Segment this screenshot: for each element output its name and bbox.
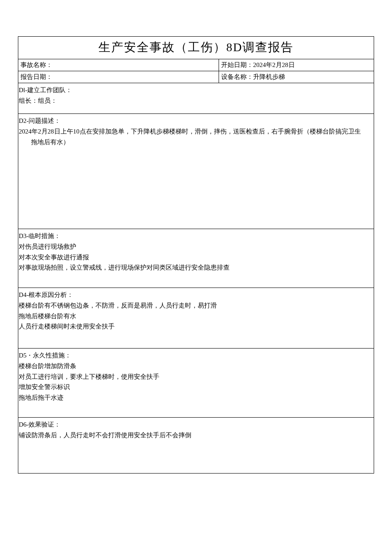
section-d3: D3-临时措施： 对伤员进行现场救护 对本次安全事故进行通报 对事故现场拍照，设… (18, 229, 374, 288)
d3-line3: 对事故现场拍照，设立警戒线，进行现场保护对同类区域进行安全隐患排查 (18, 262, 372, 273)
d5-line4: 拖地后拖干水迹 (18, 392, 372, 403)
d3-label: D3-临时措施： (18, 231, 372, 241)
d1-label: Dl-建立工作团队： (18, 85, 372, 96)
report-title: 生产安全事故（工伤）8D调查报告 (18, 37, 374, 59)
d4-line2: 拖地后楼梯台阶有水 (18, 311, 372, 322)
header-row-1: 事故名称： 开始日期：2024年2月28日 (18, 59, 374, 71)
equipment-value: 升降机步梯 (253, 73, 285, 80)
report-date-cell: 报告日期： (18, 71, 219, 83)
equipment-cell: 设备名称：升降机步梯 (219, 71, 374, 83)
section-d1: Dl-建立工作团队： 组长：组员： (18, 83, 374, 114)
d4-line1: 楼梯台阶有不锈钢包边条，不防滑，反而是易滑，人员行走时，易打滑 (18, 300, 372, 311)
header-row-2: 报告日期： 设备名称：升降机步梯 (18, 71, 374, 83)
d2-label: D2-问题描述： (18, 116, 372, 126)
d4-line3: 人员行走楼梯间时未使用安全扶手 (18, 321, 372, 332)
report-container: 生产安全事故（工伤）8D调查报告 事故名称： 开始日期：2024年2月28日 报… (18, 36, 374, 474)
d5-line1: 楼梯台阶增加防滑条 (18, 361, 372, 372)
start-date-value: 2024年2月28日 (253, 61, 295, 68)
start-date-cell: 开始日期：2024年2月28日 (219, 59, 374, 71)
section-d6: D6-效果验证： 铺设防滑条后，人员行走时不会打滑使用安全扶手后不会摔倒 (18, 418, 374, 473)
d3-line1: 对伤员进行现场救护 (18, 241, 372, 252)
section-d4: D4-根本原因分析： 楼梯台阶有不锈钢包边条，不防滑，反而是易滑，人员行走时，易… (18, 288, 374, 349)
report-date-label: 报告日期： (20, 73, 52, 80)
d2-line1: 2024年2月28日上午10点在安排加急单，下升降机步梯楼梯时，滑倒，摔伤，送医… (18, 126, 372, 137)
equipment-label: 设备名称： (221, 73, 253, 80)
section-d2: D2-问题描述： 2024年2月28日上午10点在安排加急单，下升降机步梯楼梯时… (18, 114, 374, 229)
d5-label: D5・永久性措施： (18, 350, 372, 361)
d4-label: D4-根本原因分析： (18, 290, 372, 300)
d5-line2: 对员工进行培训，要求上下楼梯时，使用安全扶手 (18, 372, 372, 382)
d6-line1: 铺设防滑条后，人员行走时不会打滑使用安全扶手后不会摔倒 (18, 430, 372, 441)
d5-line3: 增加安全警示标识 (18, 382, 372, 392)
d6-label: D6-效果验证： (18, 419, 372, 430)
d1-line1: 组长：组员： (18, 96, 372, 106)
incident-name-label: 事故名称： (20, 61, 52, 68)
start-date-label: 开始日期： (221, 61, 253, 68)
d2-line2: 拖地后有水） (18, 137, 372, 148)
incident-name-cell: 事故名称： (18, 59, 219, 71)
d3-line2: 对本次安全事故进行通报 (18, 252, 372, 263)
section-d5: D5・永久性措施： 楼梯台阶增加防滑条 对员工进行培训，要求上下楼梯时，使用安全… (18, 349, 374, 418)
